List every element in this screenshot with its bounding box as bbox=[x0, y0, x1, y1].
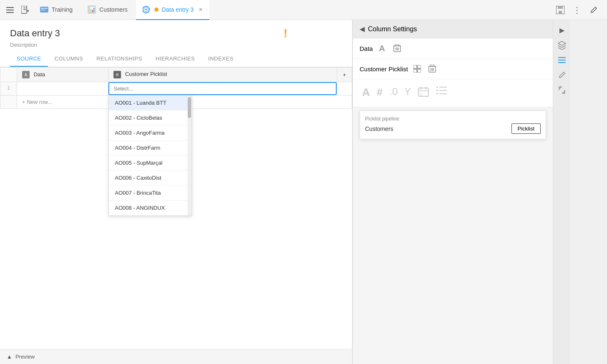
preview-chevron: ▲ bbox=[7, 354, 12, 360]
dropdown-item-4[interactable]: AO005 - SupMarçal bbox=[109, 156, 187, 171]
type-icon-text[interactable]: A bbox=[360, 84, 373, 102]
svg-rect-48 bbox=[558, 62, 566, 63]
data-entry-tab-label: Data entry 3 bbox=[162, 6, 194, 13]
svg-point-45 bbox=[436, 93, 438, 95]
picklist-search-input[interactable] bbox=[108, 82, 337, 95]
save-icon[interactable] bbox=[554, 3, 567, 17]
svg-rect-28 bbox=[418, 69, 421, 73]
page-title: Data entry 3 bbox=[10, 28, 60, 39]
menu-icon[interactable] bbox=[3, 3, 17, 17]
main-area: Data entry 3 ! Description SOURCE COLUMN… bbox=[0, 20, 607, 364]
customer-picklist-label: Customer Picklist bbox=[125, 71, 167, 77]
field2-delete-icon[interactable] bbox=[426, 63, 438, 75]
transform-icon[interactable] bbox=[555, 83, 569, 97]
dropdown-item-0[interactable]: AO001 - Luanda BTT bbox=[109, 95, 187, 110]
svg-rect-9 bbox=[41, 8, 48, 9]
dropdown-item-2[interactable]: AO003 - AngoFarma bbox=[109, 126, 187, 141]
tab-customers[interactable]: 📊 Customers bbox=[81, 0, 134, 20]
row-number-1: 1 bbox=[0, 82, 17, 95]
svg-rect-27 bbox=[413, 69, 417, 73]
picklist-pipeline-value: Customers bbox=[365, 126, 508, 132]
tab-training[interactable]: Training bbox=[33, 0, 79, 20]
dropdown-item-7[interactable]: AO008 - ANGINDUX bbox=[109, 201, 187, 216]
type-icon-date[interactable]: 3 bbox=[415, 84, 432, 102]
picklist-pipeline-row: Customers Picklist bbox=[365, 123, 541, 134]
far-right-sidebar: ▶ bbox=[553, 20, 570, 364]
svg-rect-0 bbox=[6, 7, 14, 8]
type-icon-number[interactable]: # bbox=[374, 84, 385, 102]
page-header: Data entry 3 ! Description bbox=[0, 20, 352, 48]
customers-tab-label: Customers bbox=[99, 6, 128, 13]
tab-source[interactable]: SOURCE bbox=[10, 51, 48, 67]
topbar: Training 📊 Customers Data entry 3 ✕ ⋮ bbox=[0, 0, 607, 20]
tab-indexes[interactable]: INDEXES bbox=[201, 51, 240, 67]
column-settings-title: Column Settings bbox=[368, 25, 417, 33]
preview-label: Preview bbox=[15, 354, 35, 360]
svg-rect-17 bbox=[558, 6, 563, 9]
tab-data-entry-3[interactable]: Data entry 3 ✕ bbox=[136, 0, 209, 20]
data-column-header: A Data bbox=[17, 68, 108, 82]
type-icon-decimal[interactable]: .0 bbox=[387, 84, 400, 102]
svg-text:3: 3 bbox=[420, 93, 422, 97]
add-column-button[interactable]: + bbox=[337, 68, 352, 82]
edit-icon[interactable] bbox=[587, 3, 600, 17]
data-col-label: Data bbox=[34, 71, 45, 78]
add-document-icon[interactable] bbox=[18, 3, 32, 17]
svg-rect-18 bbox=[559, 11, 562, 14]
collapse-icon[interactable]: ◀ bbox=[360, 25, 365, 33]
new-row-num bbox=[0, 95, 17, 109]
column-settings-header: ◀ Column Settings bbox=[353, 20, 553, 38]
layers-icon[interactable] bbox=[555, 38, 569, 52]
tab-relationships[interactable]: RELATIONSHIPS bbox=[90, 51, 149, 67]
picklist-pipeline-label: Picklist pipeline bbox=[365, 116, 541, 122]
picklist-cell-1[interactable]: AO001 - Luanda BTT AO002 - CicloBelas AO… bbox=[108, 82, 337, 95]
column-settings-panel: ◀ Column Settings Data A Customer Pickli… bbox=[353, 20, 553, 364]
tab-columns[interactable]: COLUMNS bbox=[48, 51, 90, 67]
row-number-header bbox=[0, 68, 17, 82]
field1-type-icon[interactable]: A bbox=[376, 43, 388, 54]
customer-picklist-header: ⊞ Customer Picklist bbox=[108, 68, 337, 82]
type-icon-list[interactable] bbox=[433, 84, 449, 102]
svg-point-44 bbox=[436, 90, 438, 91]
properties-icon[interactable] bbox=[555, 53, 569, 67]
tab-close-icon[interactable]: ✕ bbox=[199, 7, 203, 13]
dropdown-item-1[interactable]: AO002 - CicloBelas bbox=[109, 110, 187, 126]
svg-point-15 bbox=[145, 9, 147, 10]
warning-icon: ! bbox=[284, 27, 287, 40]
extra-cell bbox=[337, 82, 352, 95]
svg-rect-46 bbox=[558, 57, 566, 58]
field1-delete-icon[interactable] bbox=[391, 43, 403, 54]
dropdown-item-5[interactable]: AO006 - CaxitoDist bbox=[109, 171, 187, 186]
left-panel: Data entry 3 ! Description SOURCE COLUMN… bbox=[0, 20, 353, 364]
page-description: Description bbox=[10, 42, 342, 48]
svg-rect-1 bbox=[6, 10, 14, 10]
svg-point-43 bbox=[436, 86, 438, 88]
expand-right-icon[interactable]: ▶ bbox=[555, 23, 569, 37]
svg-rect-47 bbox=[558, 60, 566, 60]
field2-row: Customer Picklist bbox=[353, 59, 553, 79]
field1-label: Data bbox=[360, 45, 373, 52]
field2-type-icon[interactable] bbox=[411, 63, 423, 75]
dropdown-item-3[interactable]: AO004 - DistrFarm bbox=[109, 141, 187, 156]
edit-right-icon[interactable] bbox=[555, 68, 569, 82]
type-icon-boolean[interactable]: Y bbox=[402, 84, 413, 102]
dropdown-items: AO001 - Luanda BTT AO002 - CicloBelas AO… bbox=[109, 95, 187, 216]
training-label: Training bbox=[52, 6, 73, 13]
dropdown-list: AO001 - Luanda BTT AO002 - CicloBelas AO… bbox=[108, 95, 192, 216]
picklist-dropdown[interactable]: AO001 - Luanda BTT AO002 - CicloBelas AO… bbox=[108, 82, 337, 95]
type-icons-row: A # .0 Y 3 bbox=[353, 79, 553, 107]
table-area: A Data ⊞ Customer Picklist + 1 bbox=[0, 67, 352, 349]
dropdown-item-6[interactable]: AO007 - BrincaTita bbox=[109, 186, 187, 201]
preview-bar[interactable]: ▲ Preview bbox=[0, 349, 352, 364]
svg-rect-2 bbox=[6, 12, 14, 13]
tab-hierarchies[interactable]: HIERARCHIES bbox=[149, 51, 201, 67]
data-cell-1 bbox=[17, 82, 108, 95]
data-col-icon: A bbox=[22, 71, 30, 78]
tab-dot bbox=[154, 8, 159, 12]
more-menu-icon[interactable]: ⋮ bbox=[570, 3, 584, 17]
nav-tabs: SOURCE COLUMNS RELATIONSHIPS HIERARCHIES… bbox=[0, 51, 352, 67]
topbar-right: ⋮ bbox=[554, 3, 604, 17]
picklist-button[interactable]: Picklist bbox=[511, 123, 541, 134]
field1-row: Data A bbox=[353, 38, 553, 59]
svg-rect-26 bbox=[418, 65, 421, 68]
